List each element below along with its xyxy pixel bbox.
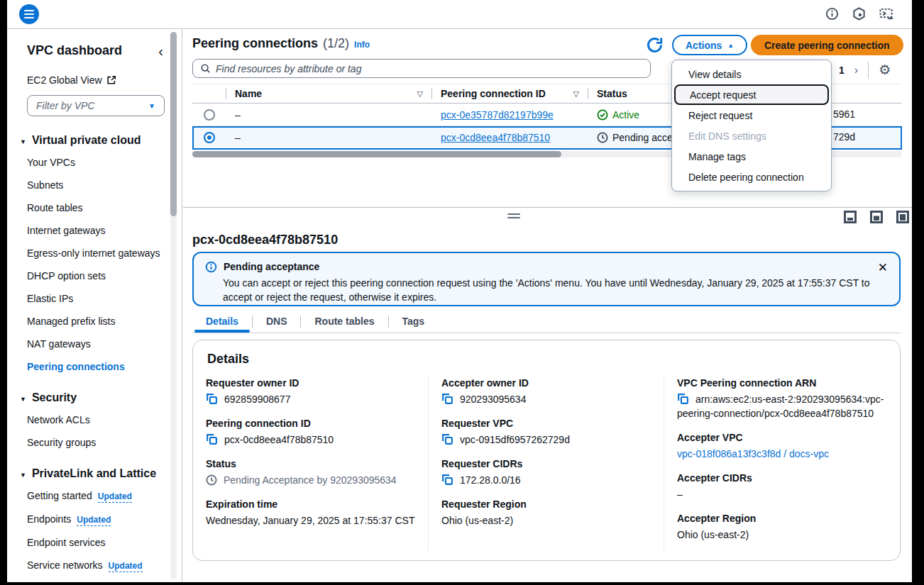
peering-connection-link[interactable]: pcx-0cd8eea4f78b87510	[441, 132, 550, 143]
info-icon[interactable]	[825, 7, 839, 21]
updated-badge: Updated	[98, 491, 132, 503]
details-card-title: Details	[207, 352, 900, 367]
copy-icon[interactable]	[441, 433, 453, 445]
status-text: Active	[612, 109, 639, 121]
sidebar-item-route-tables[interactable]: Route tables	[27, 201, 162, 215]
copy-icon[interactable]	[206, 433, 218, 445]
actions-button[interactable]: Actions ▲	[672, 35, 747, 55]
tab-details[interactable]: Details	[192, 312, 252, 330]
preferences-gear-icon[interactable]: ⚙	[879, 64, 891, 77]
field-peering-connection-id: Peering connection ID pcx-0cd8eea4f78b87…	[206, 418, 418, 447]
peering-connection-link[interactable]: pcx-0e35787d82197b99e	[441, 109, 554, 121]
screen: VPC dashboard ‹ EC2 Global View Filter b…	[0, 0, 924, 585]
info-circle-icon	[205, 261, 217, 273]
sidebar-item-lattice-services[interactable]: Lattice services	[27, 581, 162, 582]
column-header-name: Name	[235, 88, 262, 99]
copy-icon[interactable]	[206, 393, 218, 405]
menu-item-view-details[interactable]: View details	[672, 64, 831, 84]
chevron-down-icon: ▼	[148, 102, 155, 110]
status-pending-icon	[597, 132, 608, 143]
close-icon[interactable]: ✕	[878, 260, 888, 275]
page-title: Peering connections (1/2) Info	[192, 36, 370, 51]
sidebar-item-your-vpcs[interactable]: Your VPCs	[27, 155, 162, 169]
sidebar-item-peering-connections[interactable]: Peering connections	[27, 360, 162, 374]
copy-icon[interactable]	[441, 474, 453, 486]
tab-route-tables[interactable]: Route tables	[301, 312, 387, 330]
sidebar-item-dhcp-option-sets[interactable]: DHCP option sets	[27, 269, 162, 283]
chevron-down-icon: ▼	[20, 472, 26, 479]
sidebar-item-nat-gateways[interactable]: NAT gateways	[27, 337, 162, 351]
field-vpc-peering-connection-arn: VPC Peering connection ARN arn:aws:ec2:u…	[677, 377, 890, 420]
panel-full-icon[interactable]	[896, 211, 909, 223]
sidebar-item-managed-prefix-lists[interactable]: Managed prefix lists	[27, 314, 162, 328]
copy-icon[interactable]	[441, 393, 453, 405]
row-radio-selected[interactable]	[204, 132, 215, 143]
cell-name: –	[226, 132, 431, 143]
menu-item-manage-tags[interactable]: Manage tags	[672, 146, 831, 167]
page-number[interactable]: 1	[836, 65, 847, 76]
menu-item-delete-peering-connection[interactable]: Delete peering connection	[672, 167, 831, 187]
horizontal-scrollbar-thumb[interactable]	[192, 151, 561, 157]
field-requester-region: Requester Region Ohio (us-east-2)	[441, 498, 654, 528]
search-bar[interactable]	[192, 59, 651, 78]
menu-item-reject-request[interactable]: Reject request	[672, 105, 831, 126]
column-header-peering-connection-id: Peering connection ID	[441, 88, 546, 99]
pending-acceptance-alert: Pending acceptance You can accept or rej…	[192, 252, 901, 306]
split-panel-title: pcx-0cd8eea4f78b87510	[192, 233, 338, 247]
sidebar-item-ec2-global-view[interactable]: EC2 Global View	[27, 74, 169, 86]
field-expiration-time: Expiration time Wednesday, January 29, 2…	[206, 498, 418, 528]
next-page-icon[interactable]: ›	[854, 64, 858, 77]
create-peering-connection-button[interactable]: Create peering connection	[751, 35, 903, 55]
hamburger-menu-button[interactable]	[19, 4, 39, 24]
sidebar-item-service-networks[interactable]: Service networksUpdated	[27, 558, 162, 573]
resource-count: (1/2)	[323, 36, 349, 51]
sidebar-item-internet-gateways[interactable]: Internet gateways	[27, 223, 162, 238]
requester-vpc-fragment: 729d	[833, 131, 855, 143]
sort-icon[interactable]: ▽	[573, 89, 579, 99]
section-virtual-private-cloud[interactable]: ▼ Virtual private cloud	[20, 134, 169, 147]
split-panel-drag-handle[interactable]	[507, 213, 520, 221]
tab-dns[interactable]: DNS	[253, 312, 301, 330]
sidebar-item-network-acls[interactable]: Network ACLs	[27, 413, 162, 427]
sidebar-scrollbar-thumb[interactable]	[170, 32, 177, 216]
details-column-1: Requester owner ID 692859908677 Peering …	[193, 376, 429, 552]
chevron-down-icon: ▼	[20, 396, 26, 403]
section-privatelink-and-lattice[interactable]: ▼ PrivateLink and Lattice	[20, 467, 169, 480]
sidebar-item-security-groups[interactable]: Security groups	[27, 435, 162, 450]
section-security[interactable]: ▼ Security	[20, 391, 169, 404]
filter-by-vpc-select[interactable]: Filter by VPC ▼	[27, 95, 165, 116]
actions-dropdown-menu: View details Accept request Reject reque…	[671, 60, 832, 191]
sidebar-item-elastic-ips[interactable]: Elastic IPs	[27, 291, 162, 306]
sidebar-item-getting-started[interactable]: Getting startedUpdated	[27, 489, 162, 503]
details-column-2: Accepter owner ID 920293095634 Requester…	[429, 376, 664, 552]
search-input[interactable]	[216, 63, 643, 74]
amazon-q-icon[interactable]	[852, 7, 866, 21]
row-radio-unselected[interactable]	[204, 109, 215, 121]
sidebar-item-egress-only-internet-gateways[interactable]: Egress-only internet gateways	[27, 246, 162, 260]
refresh-button[interactable]	[644, 35, 664, 55]
field-requester-vpc: Requester VPC vpc-0915df6957262729d	[441, 418, 654, 447]
sidebar-title: VPC dashboard	[27, 43, 122, 58]
sidebar-item-endpoints[interactable]: EndpointsUpdated	[27, 512, 162, 527]
panel-bottom-small-icon[interactable]	[844, 211, 857, 223]
menu-item-accept-request[interactable]: Accept request	[674, 84, 829, 105]
sidebar-collapse-icon[interactable]: ‹	[158, 45, 163, 57]
requester-vpc-fragment: 5961	[833, 108, 855, 120]
field-requester-cidrs: Requester CIDRs 172.28.0.0/16	[441, 458, 654, 487]
chevron-up-icon: ▲	[727, 42, 734, 49]
sidebar-item-subnets[interactable]: Subnets	[27, 178, 162, 192]
filter-by-vpc-placeholder: Filter by VPC	[36, 100, 94, 111]
tab-tags[interactable]: Tags	[389, 312, 439, 330]
copy-icon[interactable]	[677, 393, 689, 405]
sort-icon[interactable]: ▽	[417, 89, 423, 99]
cloudshell-icon[interactable]	[879, 7, 894, 21]
panel-bottom-large-icon[interactable]	[870, 211, 883, 223]
sidebar-item-endpoint-services[interactable]: Endpoint services	[27, 535, 162, 550]
details-column-3: VPC Peering connection ARN arn:aws:ec2:u…	[664, 376, 900, 552]
accepter-vpc-link[interactable]: vpc-018f086a13f3c3f8d / docs-vpc	[677, 447, 890, 461]
field-accepter-owner-id: Accepter owner ID 920293095634	[441, 377, 654, 406]
vpc-sidebar: VPC dashboard ‹ EC2 Global View Filter b…	[7, 29, 182, 582]
field-accepter-cidrs: Accepter CIDRs –	[677, 472, 890, 501]
alert-title: Pending acceptance	[224, 261, 319, 273]
info-link[interactable]: Info	[354, 40, 370, 50]
